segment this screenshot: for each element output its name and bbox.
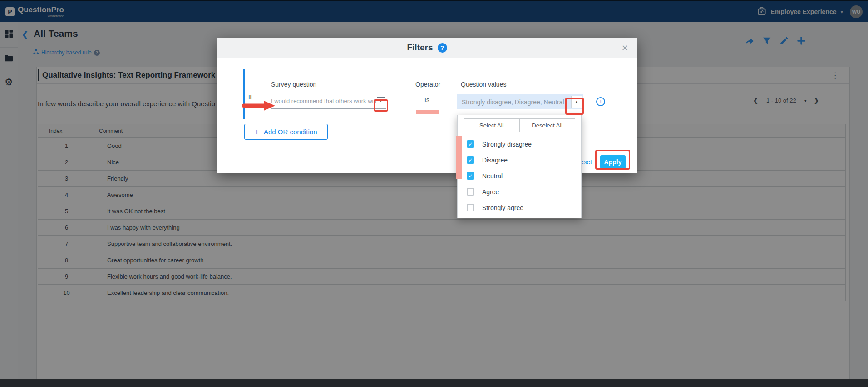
- dropdown-option[interactable]: ✓Disagree: [458, 152, 581, 168]
- survey-question-label: Survey question: [271, 81, 316, 88]
- option-label: Disagree: [482, 157, 508, 164]
- operator-label: Operator: [415, 81, 440, 88]
- checkbox-unchecked-icon[interactable]: [467, 204, 474, 211]
- chevron-down-icon[interactable]: ▼: [377, 97, 385, 105]
- option-label: Neutral: [482, 172, 503, 180]
- add-or-condition-button[interactable]: + Add OR condition: [244, 124, 328, 140]
- help-icon[interactable]: ?: [438, 43, 447, 53]
- close-icon[interactable]: ✕: [621, 43, 628, 53]
- select-all-button[interactable]: Select All: [464, 118, 520, 132]
- option-label: Agree: [482, 188, 499, 196]
- checkbox-checked-icon[interactable]: ✓: [467, 172, 474, 180]
- add-or-condition-label: Add OR condition: [264, 128, 317, 136]
- chevron-up-icon[interactable]: ▲: [571, 96, 582, 108]
- plus-icon: +: [255, 127, 259, 137]
- modal-title: Filters: [407, 43, 433, 53]
- survey-question-select[interactable]: I would recommend that others work with …: [271, 93, 386, 109]
- question-values-options: ✓Strongly disagree✓Disagree✓NeutralAgree…: [458, 136, 581, 216]
- operator-value[interactable]: Is: [424, 96, 429, 103]
- question-values-value: Strongly disagree, Disagree, Neutral: [462, 98, 571, 106]
- deselect-all-button[interactable]: Deselect All: [520, 118, 576, 132]
- apply-button[interactable]: Apply: [600, 155, 626, 169]
- checkbox-unchecked-icon[interactable]: [467, 188, 474, 196]
- option-label: Strongly agree: [482, 204, 523, 211]
- checkbox-checked-icon[interactable]: ✓: [467, 140, 474, 148]
- dropdown-option[interactable]: Strongly agree: [458, 200, 581, 216]
- add-condition-icon[interactable]: +: [596, 97, 605, 106]
- dropdown-actions: Select All Deselect All: [464, 118, 575, 132]
- dropdown-option[interactable]: ✓Neutral: [458, 168, 581, 184]
- dropdown-option[interactable]: ✓Strongly disagree: [458, 136, 581, 152]
- checkbox-checked-icon[interactable]: ✓: [467, 156, 474, 164]
- question-values-select[interactable]: Strongly disagree, Disagree, Neutral ▲: [457, 94, 583, 109]
- dropdown-option[interactable]: Agree: [458, 184, 581, 200]
- modal-header: Filters ? ✕: [217, 38, 637, 58]
- question-values-label: Question values: [461, 81, 506, 88]
- app-screen: P QuestionPro Workforce Employee Experie…: [0, 0, 868, 387]
- if-label: IF: [248, 93, 254, 100]
- condition-accent-bar: [243, 69, 245, 119]
- option-label: Strongly disagree: [482, 141, 532, 148]
- survey-question-value: I would recommend that others work with …: [271, 98, 377, 104]
- question-values-dropdown: Select All Deselect All ✓Strongly disagr…: [457, 115, 582, 218]
